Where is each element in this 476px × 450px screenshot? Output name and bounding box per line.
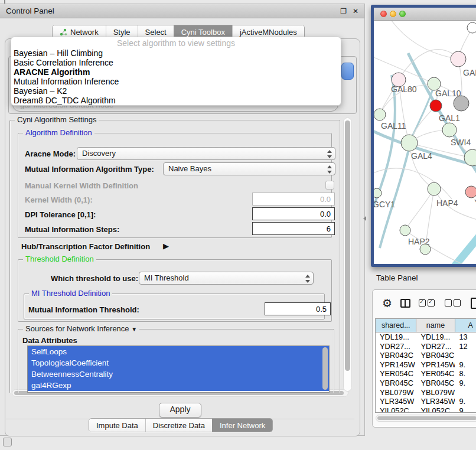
data-attributes-list[interactable]: SelfLoopsTopologicalCoefficientBetweenne…	[27, 345, 330, 393]
attribute-item-gal4rgexp[interactable]: gal4RGexp	[28, 380, 329, 391]
table-horizontal-thumb[interactable]	[377, 416, 476, 420]
tab-select-label: Select	[145, 28, 167, 37]
network-node-y[interactable]	[465, 186, 476, 198]
network-edge[interactable]	[405, 189, 434, 230]
table-row[interactable]: YPR145WYPR145W9.	[376, 360, 476, 370]
which-threshold-combobox[interactable]: MI Threshold	[139, 272, 314, 285]
attribute-item-topologicalcoefficient[interactable]: TopologicalCoefficient	[28, 357, 329, 369]
table-cell: YBR043C	[416, 351, 455, 360]
close-icon[interactable]: ✕	[353, 7, 358, 15]
attribute-item-selfloops[interactable]: SelfLoops	[28, 346, 329, 357]
table-horizontal-scrollbar[interactable]	[376, 415, 476, 422]
column-header-a[interactable]: A	[455, 319, 476, 332]
minimize-button[interactable]	[390, 11, 396, 17]
cyni-bottom-tabbar: Impute DataDiscretize DataInfer Network	[89, 418, 273, 432]
network-node-gcy1[interactable]	[374, 188, 382, 198]
algorithm-option-mutual-information-inference[interactable]: Mutual Information Inference	[11, 77, 341, 86]
gear-icon[interactable]: ⚙	[382, 296, 392, 310]
network-edge[interactable]	[392, 21, 458, 59]
table-row[interactable]: YER054CYER054C8.	[376, 369, 476, 379]
apply-button[interactable]: Apply	[159, 403, 201, 418]
select-all-checks-icon[interactable]	[419, 299, 436, 306]
which-threshold-value: MI Threshold	[144, 273, 189, 282]
tab-impute-data-label: Impute Data	[96, 421, 138, 430]
network-node-gal4[interactable]	[401, 135, 418, 151]
network-canvas[interactable]: GAL7GAL80GAL10GAL1GAL11SWI4GAL4HAP4YGCY1…	[374, 21, 476, 264]
algorithm-option-bayesian-hill-climbing[interactable]: Bayesian – Hill Climbing	[11, 48, 341, 58]
expand-right-icon[interactable]: ▶	[163, 242, 169, 250]
table-cell: YDL19...	[416, 332, 455, 342]
dpi-tolerance-field[interactable]	[252, 207, 335, 220]
table-cell: 9.	[455, 406, 476, 413]
hub-definition-label: Hub/Transcription Factor Definition	[21, 242, 150, 251]
manual-kernel-checkbox[interactable]	[325, 181, 334, 190]
network-edge[interactable]	[451, 231, 476, 264]
kernel-width-field[interactable]	[252, 193, 335, 206]
table-toolbar: ⚙	[373, 290, 476, 316]
table-panel-title: Table Panel	[376, 273, 418, 282]
algorithm-option-aracne-algorithm[interactable]: ARACNE Algorithm	[11, 67, 341, 77]
network-node-label: GAL80	[391, 84, 417, 94]
network-node-hap4[interactable]	[428, 182, 441, 195]
attribute-item-betweennesscentrality[interactable]: BetweennessCentrality	[28, 369, 329, 380]
network-node[interactable]	[467, 22, 476, 33]
collapsed-panel-icon[interactable]	[3, 438, 12, 446]
column-header-shared[interactable]: shared...	[376, 319, 416, 332]
which-threshold-label: Which threshold to use:	[51, 274, 138, 283]
table-row[interactable]: YDR27...YDR27...12	[376, 342, 476, 351]
mi-algorithm-type-combobox[interactable]: Naive Bayes	[163, 162, 335, 175]
table-cell: 9.	[455, 379, 476, 388]
tab-infer-network[interactable]: Infer Network	[212, 419, 272, 432]
columns-icon[interactable]	[400, 299, 410, 308]
network-graph[interactable]: GAL7GAL80GAL10GAL1GAL11SWI4GAL4HAP4YGCY1…	[374, 21, 476, 264]
tab-impute-data[interactable]: Impute Data	[89, 419, 145, 432]
table-cell: YIL052C	[416, 406, 455, 413]
algorithm-option-bayesian-k2[interactable]: Bayesian – K2	[11, 86, 341, 96]
table-cell: YIL052C	[376, 406, 416, 413]
table-cell: YBL079W	[376, 388, 416, 397]
table-row[interactable]: YIL052CYIL052C9.	[376, 406, 476, 413]
manual-kernel-label: Manual Kernel Width Definition	[25, 181, 138, 190]
collapse-down-icon[interactable]: ▼	[131, 326, 137, 332]
aracne-mode-combobox[interactable]: Discovery	[77, 147, 335, 160]
deselect-all-checks-icon[interactable]	[445, 299, 462, 306]
table-cell: YDR27...	[376, 342, 416, 351]
table-cell: YPR145W	[376, 360, 416, 370]
table-cell: YDR27...	[416, 342, 455, 351]
mi-threshold-field[interactable]	[265, 302, 331, 315]
mi-steps-field[interactable]	[252, 222, 335, 235]
close-button[interactable]	[380, 11, 387, 17]
network-node-gal7[interactable]	[451, 51, 466, 67]
spinner-icon	[305, 274, 310, 283]
network-node-gal1[interactable]	[430, 100, 442, 112]
column-header-name[interactable]: name	[416, 319, 455, 332]
zoom-button[interactable]	[399, 11, 406, 17]
table-row[interactable]: YBR043CYBR043C	[376, 351, 476, 360]
algorithm-option-basic-correlation-inference[interactable]: Basic Correlation Inference	[11, 58, 341, 67]
settings-vertical-scrollbar[interactable]	[343, 118, 352, 392]
algorithm-dropdown-popup: Select algorithm to view settings Bayesi…	[11, 37, 341, 106]
algorithm-option-dream8-dc-tdc-algorithm[interactable]: Dream8 DC_TDC Algorithm	[11, 96, 341, 105]
network-node-gal11[interactable]	[374, 109, 386, 120]
network-node-hap2[interactable]	[400, 225, 410, 236]
float-icon[interactable]: ❐	[340, 7, 347, 15]
list-scrollbar[interactable]	[322, 347, 328, 390]
settings-vertical-thumb[interactable]	[345, 120, 350, 371]
table-row[interactable]: YDL19...YDL19...13	[376, 332, 476, 342]
mi-steps-label: Mutual Information Steps:	[25, 225, 119, 234]
attribute-table: shared...nameA YDL19...YDL19...13YDR27..…	[375, 318, 476, 413]
network-node-label: GAL10	[435, 89, 461, 98]
table-cell: 8.	[455, 369, 476, 379]
panel-splitter-icon[interactable]	[361, 216, 366, 221]
table-row[interactable]: YBR045CYBR045C9.	[376, 379, 476, 388]
tab-discretize-data[interactable]: Discretize Data	[145, 419, 212, 432]
network-edge[interactable]	[405, 230, 462, 264]
table-cell: YBR043C	[376, 351, 416, 360]
mi-threshold-definition-title: MI Threshold Definition	[29, 289, 112, 298]
export-table-icon[interactable]	[471, 298, 476, 309]
table-row[interactable]: YLR345WYLR345W9.	[376, 397, 476, 406]
table-cell: YER054C	[416, 369, 455, 379]
algorithm-combobox-spinner[interactable]	[341, 63, 354, 80]
network-node-swi4[interactable]	[442, 123, 457, 137]
table-row[interactable]: YBL079WYBL079W	[376, 388, 476, 397]
